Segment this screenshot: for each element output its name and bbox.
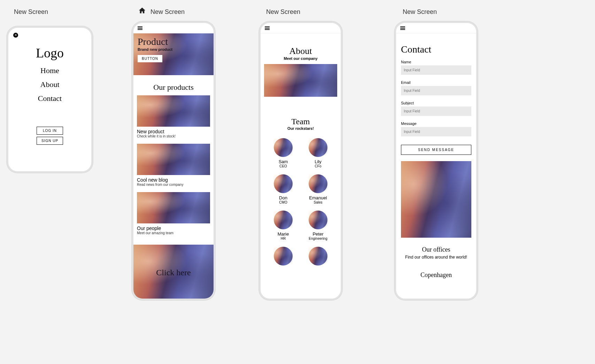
product-title: Our people — [137, 225, 210, 231]
product-card[interactable]: New product Check while it is in stock! — [137, 95, 210, 138]
offices-subtitle: Find our offices around the world! — [401, 255, 471, 260]
member-role: CFo — [302, 164, 334, 168]
product-image — [137, 192, 210, 223]
label-message: Message — [401, 121, 471, 126]
hero-image: Product Brand new product BUTTON — [133, 33, 214, 75]
screen-label-2: New Screen — [150, 8, 185, 16]
avatar — [309, 138, 327, 157]
hamburger-icon[interactable] — [138, 26, 142, 30]
logo: Logo — [8, 45, 91, 61]
about-image — [264, 64, 337, 97]
avatar — [274, 174, 293, 193]
avatar — [274, 247, 293, 266]
screen-products: Product Brand new product BUTTON Our pro… — [132, 22, 215, 300]
member-name: Don — [268, 195, 299, 200]
office-city: Copenhagen — [401, 271, 471, 279]
screen-label-4: New Screen — [403, 8, 437, 16]
member-name: Emanuel — [302, 195, 334, 200]
about-title: About — [261, 46, 341, 56]
product-image — [137, 95, 210, 127]
about-subtitle: Meet our company — [261, 56, 341, 61]
team-member[interactable]: Marie HR — [268, 211, 299, 240]
signup-button[interactable]: SIGN UP — [37, 137, 63, 145]
member-name: Marie — [268, 231, 299, 237]
product-desc: Read news from our company — [137, 183, 210, 187]
contact-image — [401, 161, 471, 238]
avatar — [309, 174, 327, 193]
screen-label-1: New Screen — [14, 8, 48, 16]
cta-banner[interactable]: Click here — [133, 245, 214, 299]
input-name[interactable] — [401, 65, 471, 75]
hamburger-icon[interactable] — [265, 26, 270, 30]
label-email: Email — [401, 80, 471, 85]
input-subject[interactable] — [401, 106, 471, 116]
home-icon — [138, 7, 146, 14]
team-member[interactable]: Sam CEO — [268, 138, 299, 168]
member-role: Sales — [302, 200, 334, 204]
member-role: CMO — [268, 200, 299, 204]
screen-menu: ✕ Logo Home About Contact LOG IN SIGN UP — [7, 26, 93, 173]
team-member[interactable]: Lily CFo — [302, 138, 334, 168]
label-subject: Subject — [401, 101, 471, 105]
member-name: Peter — [302, 231, 334, 237]
screen-about: About Meet our company Team Our rockstar… — [259, 22, 342, 300]
product-image — [137, 144, 210, 175]
team-member[interactable] — [268, 247, 299, 268]
team-member[interactable] — [302, 247, 334, 268]
login-button[interactable]: LOG IN — [37, 127, 63, 135]
hero-subtitle: Brand new product — [138, 47, 172, 52]
team-member[interactable]: Don CMO — [268, 174, 299, 204]
nav-about[interactable]: About — [8, 80, 91, 89]
cta-text: Click here — [133, 245, 214, 299]
team-member[interactable]: Emanuel Sales — [302, 174, 334, 204]
avatar — [274, 211, 293, 229]
member-role: HR — [268, 237, 299, 240]
product-card[interactable]: Cool new blog Read news from our company — [137, 144, 210, 187]
product-title: Cool new blog — [137, 177, 210, 183]
avatar — [309, 211, 327, 229]
send-message-button[interactable]: SEND MESSAGE — [401, 145, 471, 155]
contact-title: Contact — [401, 44, 471, 55]
member-role: CEO — [268, 164, 299, 168]
team-subtitle: Our rockstars! — [261, 126, 341, 130]
input-email[interactable] — [401, 86, 471, 95]
member-name: Sam — [268, 159, 299, 164]
team-grid: Sam CEO Lily CFo Don CMO Emanuel Sales M… — [268, 138, 334, 268]
product-card[interactable]: Our people Meet our amazing team — [137, 192, 210, 235]
product-desc: Check while it is in stock! — [137, 134, 210, 138]
offices-title: Our offices — [401, 246, 471, 253]
nav-contact[interactable]: Contact — [8, 94, 91, 103]
member-name: Lily — [302, 159, 334, 164]
close-icon[interactable]: ✕ — [13, 33, 18, 38]
member-role: Engineering — [302, 237, 334, 240]
screen-label-3: New Screen — [266, 8, 300, 16]
products-section-title: Our products — [133, 83, 214, 92]
hero-button[interactable]: BUTTON — [138, 55, 162, 62]
product-desc: Meet our amazing team — [137, 231, 210, 235]
team-member[interactable]: Peter Engineering — [302, 211, 334, 240]
input-message[interactable] — [401, 127, 471, 136]
avatar — [274, 138, 293, 157]
label-name: Name — [401, 60, 471, 64]
hero-title: Product — [138, 36, 172, 47]
nav-home[interactable]: Home — [8, 66, 91, 75]
avatar — [309, 247, 327, 266]
product-title: New product — [137, 129, 210, 134]
team-title: Team — [261, 117, 341, 126]
screen-contact: Contact Name Email Subject Message SEND … — [395, 22, 478, 300]
hamburger-icon[interactable] — [400, 26, 405, 30]
